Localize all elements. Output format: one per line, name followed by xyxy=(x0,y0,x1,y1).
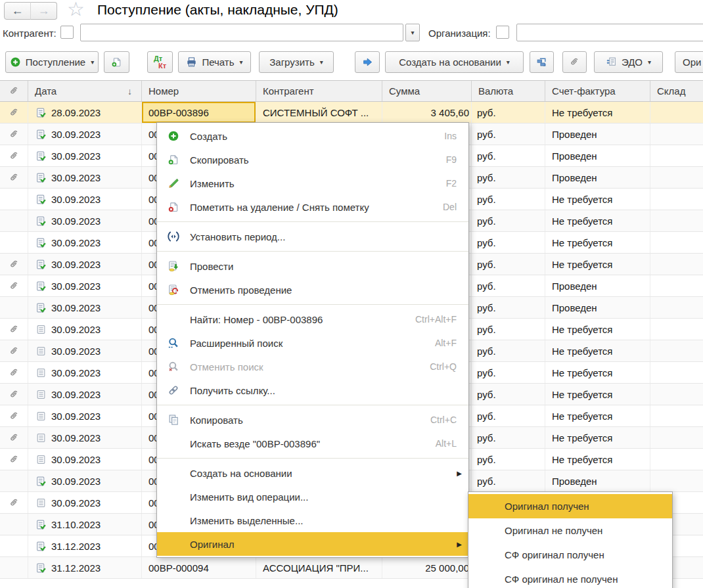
cell-contractor[interactable]: АССОЦИАЦИЯ "ПРИ... xyxy=(256,557,382,578)
cell-currency[interactable]: руб. xyxy=(472,470,545,491)
cell-warehouse[interactable] xyxy=(650,297,703,318)
cell-invoice[interactable]: Не требуется xyxy=(545,384,650,405)
menu-item-post[interactable]: Провести xyxy=(157,254,468,278)
cell-currency[interactable]: руб. xyxy=(472,254,545,275)
cell-attachments[interactable] xyxy=(0,405,28,426)
cell-currency[interactable]: руб. xyxy=(472,124,545,145)
cell-invoice[interactable]: Проведен xyxy=(545,145,650,166)
menu-item-search-everywhere[interactable]: Искать везде "00ВР-003896"Alt+L xyxy=(157,432,468,455)
cell-warehouse[interactable] xyxy=(650,167,703,188)
cell-date[interactable]: 28.09.2023 xyxy=(28,102,142,123)
cell-invoice[interactable]: Не требуется xyxy=(545,362,650,383)
attachments-button[interactable] xyxy=(562,51,587,73)
cell-currency[interactable]: руб. xyxy=(472,210,545,231)
col-header-date[interactable]: Дата↓ xyxy=(28,81,142,101)
cell-date[interactable]: 30.09.2023 xyxy=(28,362,142,383)
table-row[interactable]: 28.09.202300ВР-003896СИСТЕМНЫЙ СОФТ ...3… xyxy=(0,102,703,124)
cell-sum[interactable]: 3 405,60 xyxy=(382,102,472,123)
cell-warehouse[interactable] xyxy=(650,189,703,210)
cell-attachments[interactable] xyxy=(0,470,28,491)
col-header-sum[interactable]: Сумма xyxy=(382,81,472,101)
cell-warehouse[interactable] xyxy=(650,470,703,491)
cell-invoice[interactable]: Не требуется xyxy=(545,340,650,361)
cell-warehouse[interactable] xyxy=(650,124,703,145)
cell-warehouse[interactable] xyxy=(650,340,703,361)
cell-currency[interactable]: руб. xyxy=(472,405,545,426)
cell-date[interactable]: 30.09.2023 xyxy=(28,232,142,253)
menu-item-set-period[interactable]: Установить период... xyxy=(157,225,468,248)
submenu-item-sf-original-not-received[interactable]: СФ оригинал не получен xyxy=(468,567,672,588)
col-header-contractor[interactable]: Контрагент xyxy=(256,81,382,101)
col-header-warehouse[interactable]: Склад xyxy=(650,81,703,101)
cell-currency[interactable]: руб. xyxy=(472,275,545,296)
menu-item-unpost[interactable]: Отменить проведение xyxy=(157,278,468,302)
menu-item-create[interactable]: СоздатьIns xyxy=(157,124,468,148)
edo-button[interactable]: ЭДО ▾ xyxy=(594,51,663,73)
cell-number[interactable]: 00ВР-000094 xyxy=(142,557,256,578)
cell-currency[interactable]: руб. xyxy=(472,297,545,318)
col-header-currency[interactable]: Валюта xyxy=(472,81,545,101)
cell-currency[interactable]: руб. xyxy=(472,167,545,188)
cell-invoice[interactable]: Проведен xyxy=(545,470,650,491)
cell-currency[interactable]: руб. xyxy=(472,427,545,448)
forward-document-button[interactable] xyxy=(355,51,380,73)
cell-invoice[interactable]: Проведен xyxy=(545,297,650,318)
favorite-star-icon[interactable]: ☆ xyxy=(67,0,85,20)
cell-date[interactable]: 30.09.2023 xyxy=(28,189,142,210)
cell-attachments[interactable] xyxy=(0,189,28,210)
cell-attachments[interactable] xyxy=(0,167,28,188)
menu-item-find-number[interactable]: Найти: Номер - 00ВР-003896Ctrl+Alt+F xyxy=(157,307,468,331)
cell-date[interactable]: 30.09.2023 xyxy=(28,427,142,448)
cell-attachments[interactable] xyxy=(0,427,28,448)
cell-sum[interactable]: 25 000,00 xyxy=(382,557,472,578)
menu-item-copy-new[interactable]: СкопироватьF9 xyxy=(157,148,468,171)
cell-attachments[interactable] xyxy=(0,362,28,383)
cell-attachments[interactable] xyxy=(0,514,28,535)
print-button[interactable]: Печать ▾ xyxy=(178,51,251,73)
cell-attachments[interactable] xyxy=(0,557,28,578)
cell-date[interactable]: 30.09.2023 xyxy=(28,492,142,513)
contractor-dropdown-button[interactable]: ▾ xyxy=(405,24,420,41)
menu-item-mark-delete[interactable]: Пометить на удаление / Снять пометкуDel xyxy=(157,195,468,219)
cell-warehouse[interactable] xyxy=(650,145,703,166)
cell-currency[interactable]: руб. xyxy=(472,449,545,470)
cell-date[interactable]: 30.09.2023 xyxy=(28,384,142,405)
cell-attachments[interactable] xyxy=(0,124,28,145)
cell-contractor[interactable]: СИСТЕМНЫЙ СОФТ ... xyxy=(256,102,382,123)
cell-invoice[interactable]: Не требуется xyxy=(545,189,650,210)
cell-date[interactable]: 30.09.2023 xyxy=(28,297,142,318)
menu-item-copy[interactable]: КопироватьCtrl+C xyxy=(157,408,468,432)
cell-invoice[interactable]: Не требуется xyxy=(545,232,650,253)
cell-warehouse[interactable] xyxy=(650,275,703,296)
back-button[interactable]: ← xyxy=(4,2,31,20)
submenu-item-sf-original-received[interactable]: СФ оригинал получен xyxy=(468,543,672,567)
cell-invoice[interactable]: Не требуется xyxy=(545,427,650,448)
submenu-item-original-received[interactable]: Оригинал получен xyxy=(468,494,672,518)
cell-warehouse[interactable] xyxy=(650,405,703,426)
cell-warehouse[interactable] xyxy=(650,362,703,383)
cell-attachments[interactable] xyxy=(0,319,28,340)
col-header-attachments[interactable] xyxy=(0,81,28,101)
menu-item-cancel-search[interactable]: Отменить поискCtrl+Q xyxy=(157,355,468,378)
menu-item-create-based-on[interactable]: Создать на основании▶ xyxy=(157,461,468,485)
cell-date[interactable]: 30.09.2023 xyxy=(28,210,142,231)
cell-warehouse[interactable] xyxy=(650,449,703,470)
cell-invoice[interactable]: Проведен xyxy=(545,167,650,188)
cell-attachments[interactable] xyxy=(0,102,28,123)
cell-warehouse[interactable] xyxy=(650,102,703,123)
cell-warehouse[interactable] xyxy=(650,319,703,340)
cell-number[interactable]: 00ВР-003896 xyxy=(142,102,256,123)
cell-currency[interactable]: руб. xyxy=(472,189,545,210)
organization-filter-checkbox[interactable] xyxy=(496,26,509,39)
cell-invoice[interactable]: Не требуется xyxy=(545,319,650,340)
original-button[interactable]: Ори xyxy=(675,51,703,73)
contractor-filter-input[interactable] xyxy=(80,24,403,41)
menu-item-advanced-search[interactable]: Расширенный поискAlt+F xyxy=(157,331,468,355)
cell-date[interactable]: 30.09.2023 xyxy=(28,449,142,470)
cell-date[interactable]: 30.09.2023 xyxy=(28,319,142,340)
cell-date[interactable]: 30.09.2023 xyxy=(28,340,142,361)
cell-warehouse[interactable] xyxy=(650,232,703,253)
cell-currency[interactable]: руб. xyxy=(472,340,545,361)
cell-attachments[interactable] xyxy=(0,254,28,275)
cell-currency[interactable]: руб. xyxy=(472,102,545,123)
